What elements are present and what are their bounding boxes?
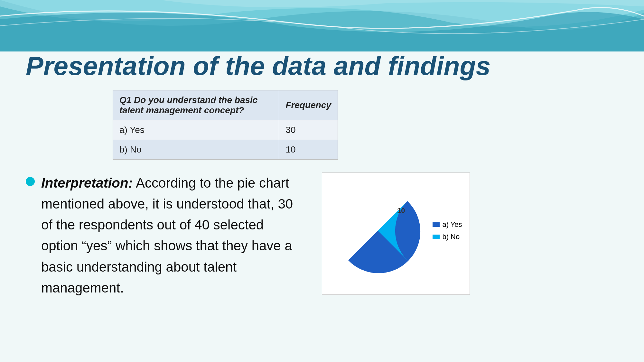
chart-area: 30 10 a) Yes b) No [330,182,462,279]
table-option-cell: a) Yes [113,120,279,140]
data-table: Q1 Do you understand the basic talent ma… [113,90,338,160]
table-option-cell: b) No [113,140,279,160]
pie-chart: 30 10 [330,182,426,279]
chart-legend: a) Yes b) No [433,220,462,241]
table-frequency-cell: 30 [279,120,338,140]
page-title: Presentation of the data and findings [26,51,618,80]
bottom-section: Interpretation: According to the pie cha… [26,172,618,298]
main-content: Presentation of the data and findings Q1… [0,42,644,362]
bullet-dot [26,177,35,186]
interpretation-label: Interpretation: [41,175,133,190]
table-row: a) Yes30 [113,120,338,140]
legend-no: b) No [433,233,462,241]
table-frequency-header: Frequency [279,90,338,120]
table-question-header: Q1 Do you understand the basic talent ma… [113,90,279,120]
legend-no-color [433,235,440,239]
table-frequency-cell: 10 [279,140,338,160]
interpretation-text: Interpretation: According to the pie cha… [41,172,303,298]
chart-container: 30 10 a) Yes b) No [322,172,470,295]
legend-yes-color [433,222,440,227]
legend-yes-label: a) Yes [442,220,462,229]
legend-yes: a) Yes [433,220,462,229]
interpretation-body: According to the pie chart mentioned abo… [41,175,293,295]
table-row: b) No10 [113,140,338,160]
pie-no-label: 10 [397,207,405,215]
interpretation-block: Interpretation: According to the pie cha… [26,172,303,298]
pie-yes-label: 30 [360,226,368,234]
legend-no-label: b) No [442,233,460,241]
